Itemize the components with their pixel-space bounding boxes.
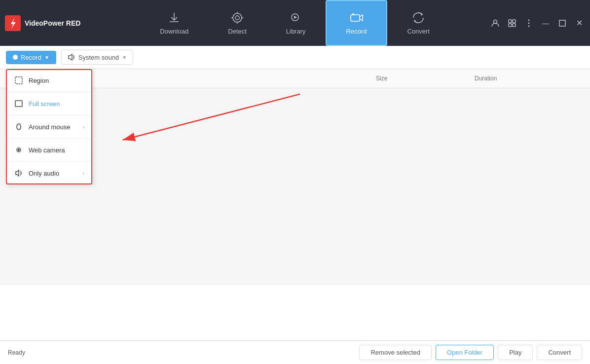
tab-detect[interactable]: Detect — [208, 0, 266, 46]
status-text: Ready — [8, 349, 25, 356]
divider-3 — [7, 138, 91, 139]
maximize-button[interactable] — [556, 17, 568, 29]
divider-1 — [7, 92, 91, 92]
content-wrapper: Region Full screen — [0, 69, 590, 340]
tab-convert[interactable]: Convert — [387, 0, 449, 46]
library-icon — [289, 11, 303, 25]
only-audio-arrow: › — [82, 170, 84, 176]
svg-point-26 — [18, 149, 20, 151]
minimize-button[interactable]: — — [540, 17, 552, 29]
record-dropdown-menu: Region Full screen — [6, 69, 92, 184]
svg-rect-16 — [513, 24, 516, 27]
tab-detect-label: Detect — [228, 28, 247, 35]
dropdown-item-only-audio-label: Only audio — [29, 170, 77, 177]
grid-icon[interactable] — [506, 17, 518, 29]
window-controls: — ✕ — [489, 17, 585, 29]
tab-library[interactable]: Library — [266, 0, 326, 46]
dropdown-item-full-screen-label: Full screen — [29, 100, 84, 108]
only-audio-icon — [14, 168, 24, 178]
svg-point-17 — [528, 19, 530, 21]
divider-2 — [7, 115, 91, 115]
tab-convert-label: Convert — [407, 28, 430, 35]
more-icon[interactable] — [523, 17, 535, 29]
speaker-icon — [68, 53, 75, 61]
full-screen-icon — [14, 99, 24, 109]
dropdown-item-around-mouse-label: Around mouse — [29, 123, 77, 131]
tab-record-label: Record — [346, 28, 367, 35]
dropdown-item-region-label: Region — [29, 77, 84, 84]
bottom-actions: Remove selected Open Folder Play Convert — [359, 345, 582, 360]
bottom-bar: Ready Remove selected Open Folder Play C… — [0, 340, 590, 364]
svg-rect-10 — [351, 15, 360, 21]
svg-point-18 — [528, 22, 530, 24]
region-icon — [14, 75, 24, 85]
around-mouse-arrow: › — [82, 124, 84, 130]
nav-tabs: Download Detect Library — [100, 0, 489, 46]
svg-rect-22 — [15, 101, 22, 107]
svg-point-19 — [528, 25, 530, 27]
user-icon[interactable] — [489, 17, 501, 29]
app-logo-icon — [5, 15, 21, 31]
title-bar: VideoPower RED Download Detect — [0, 0, 590, 46]
svg-marker-9 — [294, 16, 297, 19]
tab-record[interactable]: Record — [326, 0, 388, 46]
svg-point-23 — [17, 124, 21, 130]
svg-rect-15 — [509, 24, 512, 27]
record-dot — [13, 55, 18, 60]
system-sound-label: System sound — [78, 54, 119, 61]
tab-library-label: Library — [286, 28, 306, 35]
download-icon — [167, 11, 181, 25]
web-camera-icon — [14, 145, 24, 155]
svg-rect-14 — [513, 20, 516, 23]
detect-icon — [230, 11, 244, 25]
remove-selected-button[interactable]: Remove selected — [359, 345, 431, 360]
around-mouse-icon — [14, 122, 24, 132]
record-dropdown-arrow[interactable]: ▼ — [44, 55, 49, 60]
close-button[interactable]: ✕ — [573, 17, 585, 29]
dropdown-item-web-camera[interactable]: Web camera — [7, 140, 91, 160]
play-button[interactable]: Play — [498, 345, 533, 360]
svg-point-2 — [233, 13, 242, 22]
dropdown-item-region[interactable]: Region — [7, 70, 91, 91]
svg-rect-20 — [559, 20, 565, 26]
system-sound-button[interactable]: System sound ▼ — [61, 50, 133, 65]
toolbar: Record ▼ System sound ▼ — [0, 46, 590, 69]
svg-rect-21 — [15, 77, 22, 84]
svg-point-11 — [352, 13, 354, 15]
convert-icon — [411, 11, 425, 25]
record-icon — [349, 11, 363, 25]
open-folder-button[interactable]: Open Folder — [436, 345, 494, 360]
col-size-header: Size — [368, 73, 467, 84]
divider-4 — [7, 161, 91, 162]
record-button-label: Record — [21, 54, 41, 61]
tab-download-label: Download — [160, 28, 188, 35]
app-logo: VideoPower RED — [5, 15, 80, 31]
dropdown-item-around-mouse[interactable]: Around mouse › — [7, 116, 91, 137]
svg-point-3 — [235, 16, 239, 20]
system-sound-arrow: ▼ — [122, 55, 127, 60]
convert-button[interactable]: Convert — [537, 345, 582, 360]
tab-download[interactable]: Download — [140, 0, 208, 46]
dropdown-item-only-audio[interactable]: Only audio › — [7, 163, 91, 183]
main-area: Record ▼ System sound ▼ Region — [0, 46, 590, 364]
dropdown-item-web-camera-label: Web camera — [29, 146, 84, 154]
app-name-label: VideoPower RED — [25, 19, 80, 27]
record-button[interactable]: Record ▼ — [6, 51, 56, 64]
svg-rect-13 — [509, 20, 512, 23]
col-duration-header: Duration — [467, 73, 590, 84]
dropdown-item-full-screen[interactable]: Full screen — [7, 93, 91, 114]
